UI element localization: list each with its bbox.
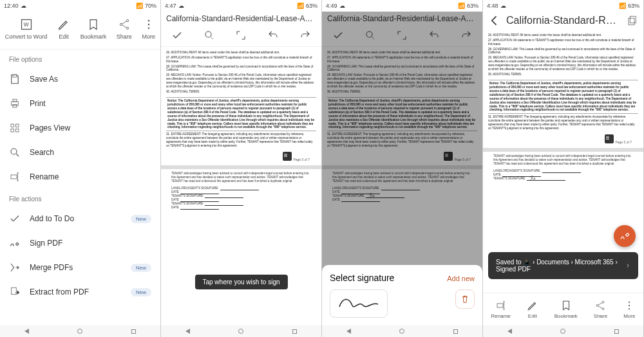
- android-navbar: [0, 325, 160, 337]
- document-title: California-Standard-Residential-Lease-Ag…: [161, 12, 321, 26]
- edit-button[interactable]: Edit: [57, 18, 70, 40]
- reader-toolbar: [161, 26, 321, 47]
- sign-pdf-row[interactable]: Sign PDF: [0, 231, 160, 255]
- more-button[interactable]: More: [623, 300, 635, 319]
- edit-button[interactable]: Edit: [527, 300, 538, 319]
- delete-signature-button[interactable]: [455, 289, 475, 309]
- back-button[interactable]: [24, 329, 29, 334]
- page-note-icon[interactable]: [283, 152, 292, 161]
- bottom-toolbar: Rename Edit Bookmark Share More: [483, 293, 643, 325]
- save-as-row[interactable]: Save As: [0, 67, 160, 91]
- svg-rect-15: [16, 129, 19, 132]
- rename-icon: [9, 171, 21, 183]
- add-todo-row[interactable]: Add to To Do New: [0, 206, 160, 231]
- svg-point-19: [205, 32, 211, 37]
- share-icon: [118, 18, 131, 31]
- signature-option[interactable]: [330, 289, 388, 318]
- redo-icon[interactable]: [299, 30, 311, 41]
- rename-row[interactable]: Rename: [0, 165, 160, 189]
- svg-point-3: [120, 23, 122, 25]
- page-note-icon[interactable]: [605, 134, 614, 143]
- svg-point-27: [629, 302, 630, 303]
- redo-icon[interactable]: [460, 30, 472, 41]
- status-bar: 4:48☁ 📶63%: [483, 0, 643, 12]
- share-icon: [594, 300, 606, 311]
- svg-point-16: [11, 149, 17, 154]
- more-icon: [623, 300, 635, 311]
- svg-point-29: [629, 308, 630, 309]
- pages-view-row[interactable]: Pages View: [0, 116, 160, 140]
- chevron-right-icon: [625, 262, 630, 269]
- recents-button[interactable]: [292, 329, 297, 334]
- android-navbar: [483, 325, 643, 337]
- home-button[interactable]: [399, 329, 404, 334]
- home-button[interactable]: [238, 329, 243, 334]
- svg-rect-14: [11, 129, 14, 132]
- clause-30: 30. ADDITIONAL TERMS:: [166, 90, 316, 94]
- more-icon: [142, 18, 155, 31]
- bookmark-button[interactable]: Bookmark: [80, 18, 107, 40]
- share-button[interactable]: Share: [594, 300, 607, 319]
- extract-pdf-row[interactable]: Extract from PDF New: [0, 280, 160, 304]
- check-icon[interactable]: [171, 30, 183, 41]
- search-icon: [9, 147, 21, 158]
- screen-saved-confirmation: 4:48☁ 📶63% California-Standard-Resi… 26.…: [483, 0, 644, 337]
- bookmark-button[interactable]: Bookmark: [554, 300, 578, 319]
- recents-button[interactable]: [453, 329, 458, 334]
- home-button[interactable]: [77, 329, 82, 334]
- sign-fab[interactable]: [614, 225, 636, 247]
- merge-pdfs-row[interactable]: Merge PDFs New: [0, 255, 160, 280]
- page-note-icon[interactable]: [444, 152, 453, 161]
- status-bar: 4:49☁ 📶63%: [322, 0, 482, 12]
- svg-rect-13: [16, 124, 19, 127]
- new-badge: New: [131, 215, 151, 223]
- pencil-icon: [57, 18, 70, 31]
- add-new-signature[interactable]: Add new: [447, 275, 475, 282]
- document-title: California-Standard-Residential-Lease-Ag…: [322, 12, 482, 26]
- svg-point-24: [602, 301, 604, 303]
- convert-to-word-button[interactable]: W Convert to Word: [5, 18, 47, 40]
- svg-point-28: [629, 305, 630, 306]
- new-badge: New: [131, 264, 151, 272]
- svg-rect-17: [11, 175, 17, 179]
- expand-icon[interactable]: [235, 30, 247, 41]
- svg-rect-18: [12, 287, 17, 295]
- print-row[interactable]: Print: [0, 91, 160, 116]
- back-button[interactable]: [507, 329, 512, 334]
- search-icon[interactable]: [365, 30, 376, 41]
- search-row[interactable]: Search: [0, 140, 160, 165]
- back-button[interactable]: [346, 329, 351, 334]
- notice-block: Notice: The California Department of Jus…: [166, 97, 316, 131]
- share-button[interactable]: Share: [117, 18, 132, 40]
- undo-icon[interactable]: [428, 30, 440, 41]
- recents-button[interactable]: [614, 329, 619, 334]
- rename-button[interactable]: Rename: [491, 300, 511, 319]
- document-header: California-Standard-Resi…: [483, 12, 643, 30]
- search-icon[interactable]: [204, 30, 215, 41]
- saved-snackbar[interactable]: Saved to 📱 › Documents › Microsoft 365 ›…: [488, 252, 638, 279]
- back-button[interactable]: [185, 329, 190, 334]
- undo-icon[interactable]: [267, 30, 279, 41]
- print-icon: [9, 98, 21, 109]
- clause-28: 28. GOVERNING LAW: This Lease shall be g…: [166, 65, 316, 73]
- copy-icon[interactable]: [627, 15, 638, 26]
- back-arrow-icon[interactable]: [488, 14, 501, 27]
- expand-icon[interactable]: [396, 30, 408, 41]
- svg-point-4: [126, 27, 128, 29]
- file-actions-header: File actions: [0, 189, 160, 206]
- check-icon: [9, 213, 21, 224]
- more-button[interactable]: More: [142, 18, 156, 40]
- signature-icon: [9, 237, 21, 249]
- home-button[interactable]: [560, 329, 565, 334]
- recents-button[interactable]: [131, 329, 136, 334]
- signature-preview: [336, 294, 381, 313]
- reader-toolbar: [322, 26, 482, 47]
- screen-document-sign-prompt: 4:47☁ 📶63% California-Standard-Residenti…: [161, 0, 322, 337]
- check-icon[interactable]: [332, 30, 344, 41]
- status-battery: 70%: [145, 3, 156, 9]
- trash-icon: [460, 294, 470, 304]
- svg-point-6: [148, 24, 150, 26]
- status-bar: 12:40☁ 📶70%: [0, 0, 160, 12]
- android-navbar: [161, 325, 321, 337]
- merge-icon: [9, 262, 21, 273]
